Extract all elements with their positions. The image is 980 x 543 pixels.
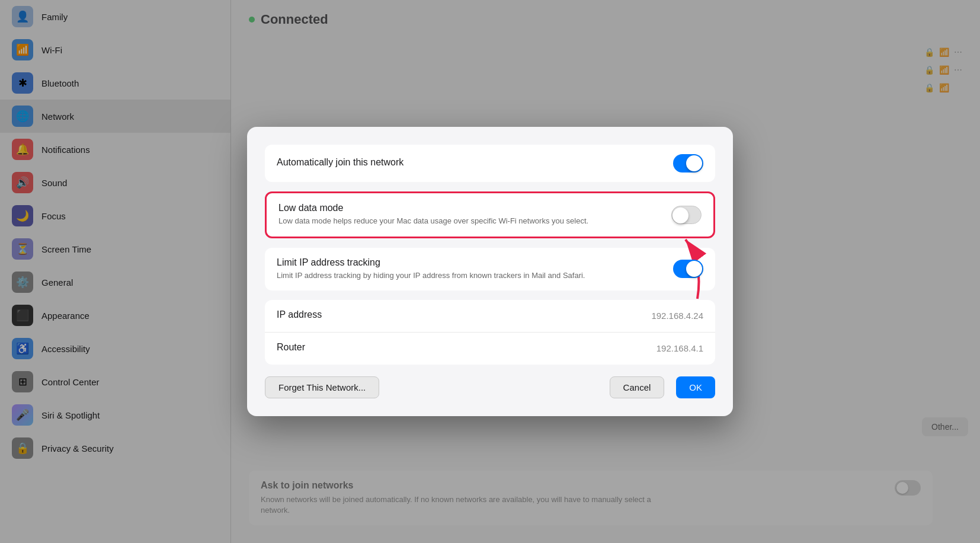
modal-dialog: Automatically join this network Low data… [247, 127, 733, 416]
ip-address-label: IP address [277, 309, 322, 320]
auto-join-row: Automatically join this network [265, 145, 715, 182]
ip-address-value: 192.168.4.24 [651, 311, 703, 321]
auto-join-label: Automatically join this network [277, 157, 661, 168]
limit-ip-row: Limit IP address tracking Limit IP addre… [265, 248, 715, 290]
low-data-row: Low data mode Low data mode helps reduce… [267, 193, 713, 236]
router-row: Router 192.168.4.1 [265, 333, 715, 365]
limit-ip-card: Limit IP address tracking Limit IP addre… [265, 248, 715, 290]
cancel-button[interactable]: Cancel [610, 376, 665, 398]
ip-address-row: IP address 192.168.4.24 [265, 300, 715, 333]
low-data-toggle-thumb [672, 207, 688, 223]
auto-join-toggle[interactable] [673, 154, 703, 173]
auto-join-toggle-thumb [686, 155, 702, 171]
low-data-label: Low data mode [278, 203, 659, 213]
limit-ip-label: Limit IP address tracking [277, 257, 661, 268]
modal-overlay: Automatically join this network Low data… [0, 0, 980, 543]
router-label: Router [277, 342, 305, 353]
ip-info-card: IP address 192.168.4.24 Router 192.168.4… [265, 300, 715, 365]
footer-right: Cancel OK [610, 376, 715, 398]
limit-ip-toggle[interactable] [673, 260, 703, 278]
low-data-desc: Low data mode helps reduce your Mac data… [278, 216, 659, 226]
forget-network-button[interactable]: Forget This Network... [265, 376, 379, 398]
ok-button[interactable]: OK [676, 376, 715, 398]
low-data-toggle[interactable] [671, 206, 702, 224]
low-data-card: Low data mode Low data mode helps reduce… [265, 191, 715, 238]
router-value: 192.168.4.1 [656, 343, 703, 353]
limit-ip-toggle-thumb [686, 261, 702, 277]
limit-ip-desc: Limit IP address tracking by hiding your… [277, 270, 661, 281]
modal-footer: Forget This Network... Cancel OK [265, 376, 715, 398]
auto-join-card: Automatically join this network [265, 145, 715, 182]
